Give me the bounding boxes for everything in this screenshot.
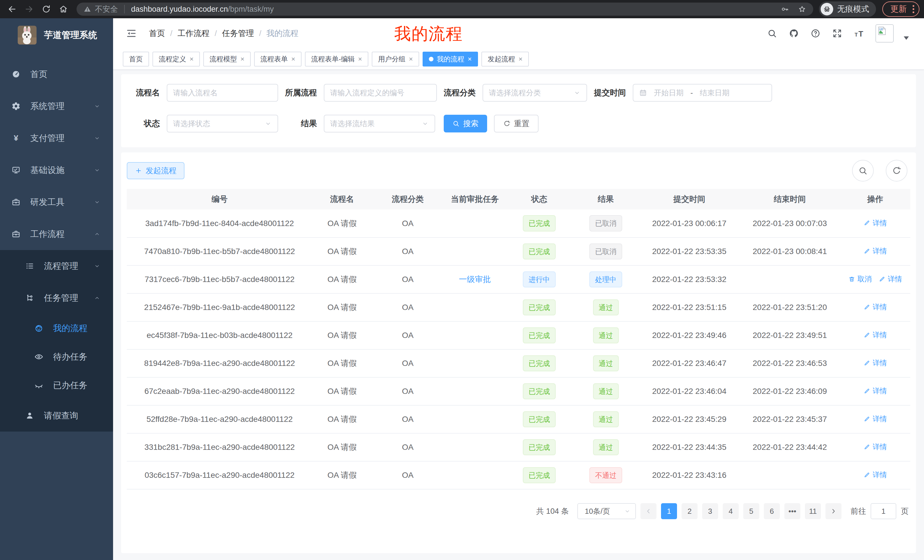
sidebar-collapse-icon[interactable]	[126, 28, 137, 39]
tab-start-process[interactable]: 发起流程×	[482, 52, 529, 66]
sidebar-item-infra[interactable]: 基础设施	[0, 154, 113, 186]
status-select[interactable]: 请选择状态	[167, 115, 278, 132]
cell-process-id: 331bc281-7b9a-11ec-a290-acde48001122	[127, 433, 312, 461]
tab-process-form-edit[interactable]: 流程表单-编辑×	[305, 52, 368, 66]
detail-action-link[interactable]: 详情	[864, 358, 887, 368]
table-column-header: 结果	[573, 189, 639, 210]
browser-forward-icon[interactable]	[22, 2, 36, 16]
breadcrumb-item[interactable]: 工作流程	[178, 28, 210, 39]
page-button-1[interactable]: 1	[661, 503, 677, 519]
cell-process-id: 7470a810-7b9b-11ec-b5b7-acde48001122	[127, 238, 312, 265]
edit-icon	[864, 304, 870, 310]
breadcrumb-item[interactable]: 任务管理	[222, 28, 254, 39]
goto-page-input[interactable]	[871, 503, 896, 519]
update-button[interactable]: 更新	[882, 1, 920, 17]
tab-process-model[interactable]: 流程模型×	[203, 52, 251, 66]
sidebar-item-leave-query[interactable]: 请假查询	[0, 400, 113, 431]
github-icon[interactable]	[789, 28, 799, 39]
fullscreen-icon[interactable]	[832, 28, 842, 39]
tab-close-icon[interactable]: ×	[409, 55, 413, 63]
app-logo-row[interactable]: 芋道管理系统	[0, 18, 113, 52]
font-size-icon[interactable]: TT	[854, 28, 864, 39]
sidebar-item-home[interactable]: 首页	[0, 58, 113, 90]
url-text: dashboard.yudao.iocoder.cn/bpm/task/my	[131, 5, 274, 14]
address-bar[interactable]: 不安全 dashboard.yudao.iocoder.cn/bpm/task/…	[76, 3, 813, 16]
result-select[interactable]: 请选择流结果	[324, 115, 435, 132]
browser-home-icon[interactable]	[56, 2, 71, 16]
refresh-table-button[interactable]	[886, 160, 908, 181]
detail-action-link[interactable]: 详情	[879, 274, 902, 284]
detail-action-link[interactable]: 详情	[864, 442, 887, 452]
tab-home[interactable]: 首页	[123, 52, 149, 66]
key-icon[interactable]	[781, 5, 789, 13]
parent-process-input[interactable]	[324, 84, 437, 102]
page-ellipsis[interactable]: •••	[784, 503, 800, 519]
edit-icon	[864, 220, 870, 226]
chevron-down-icon	[94, 263, 100, 270]
browser-back-icon[interactable]	[4, 2, 20, 16]
detail-action-link[interactable]: 详情	[864, 246, 887, 256]
tab-process-form[interactable]: 流程表单×	[254, 52, 302, 66]
page-button-4[interactable]: 4	[723, 503, 739, 519]
page-size-select[interactable]: 10条/页	[578, 503, 636, 519]
tab-close-icon[interactable]: ×	[358, 55, 362, 63]
search-icon[interactable]	[767, 28, 777, 39]
reset-button[interactable]: 重置	[494, 115, 538, 132]
sidebar-item-done-tasks[interactable]: 已办任务	[0, 371, 113, 400]
sidebar-item-system[interactable]: 系统管理	[0, 90, 113, 122]
browser-reload-icon[interactable]	[39, 2, 54, 16]
sidebar-item-todo-tasks[interactable]: 待办任务	[0, 343, 113, 371]
start-process-button[interactable]: 发起流程	[127, 162, 184, 179]
submit-time-range[interactable]: 开始日期 - 结束日期	[633, 84, 772, 102]
tab-close-icon[interactable]: ×	[468, 55, 472, 63]
bookmark-star-icon[interactable]	[798, 5, 806, 13]
sidebar-item-workflow[interactable]: 工作流程	[0, 218, 113, 250]
cell-process-name: OA 请假	[312, 210, 372, 238]
detail-action-link[interactable]: 详情	[864, 470, 887, 479]
sidebar-item-process-mgmt[interactable]: 流程管理	[0, 250, 113, 282]
detail-action-label: 详情	[873, 442, 887, 452]
sidebar-item-task-mgmt[interactable]: 任务管理	[0, 282, 113, 314]
page-button-5[interactable]: 5	[743, 503, 759, 519]
cell-current-task: 一级审批	[444, 265, 506, 293]
result-badge: 通过	[593, 355, 619, 371]
sidebar-item-payment[interactable]: ¥支付管理	[0, 122, 113, 154]
tab-close-icon[interactable]: ×	[190, 55, 194, 63]
detail-action-link[interactable]: 详情	[864, 386, 887, 395]
tab-process-definition[interactable]: 流程定义×	[153, 52, 200, 66]
category-select[interactable]: 请选择流程分类	[483, 84, 587, 102]
current-task-link[interactable]: 一级审批	[459, 275, 491, 284]
table-row: 3ad174fb-7b9d-11ec-8404-acde48001122OA 请…	[127, 210, 910, 238]
page-button-6[interactable]: 6	[764, 503, 780, 519]
table-row: 331bc281-7b9a-11ec-a290-acde48001122OA 请…	[127, 433, 910, 461]
browser-menu-icon[interactable]	[913, 5, 914, 13]
help-icon[interactable]	[810, 28, 820, 39]
detail-action-link[interactable]: 详情	[864, 330, 887, 340]
breadcrumb-item[interactable]: 首页	[149, 28, 165, 39]
security-status[interactable]: 不安全	[83, 4, 118, 14]
detail-action-link[interactable]: 详情	[864, 302, 887, 312]
sidebar-item-my-process[interactable]: 我的流程	[0, 314, 113, 343]
page-button-11[interactable]: 11	[805, 503, 821, 519]
tab-close-icon[interactable]: ×	[240, 55, 244, 63]
sidebar-item-devtools[interactable]: 研发工具	[0, 186, 113, 218]
tab-my-process[interactable]: 我的流程×	[423, 52, 478, 66]
process-name-input[interactable]	[167, 84, 278, 102]
detail-action-link[interactable]: 详情	[864, 414, 887, 424]
search-button[interactable]: 搜索	[444, 115, 487, 132]
page-button-3[interactable]: 3	[702, 503, 718, 519]
cell-current-task	[444, 238, 506, 265]
next-page-button[interactable]	[825, 503, 842, 519]
detail-action-link[interactable]: 详情	[864, 219, 887, 228]
prev-page-button[interactable]	[640, 503, 657, 519]
tab-close-icon[interactable]: ×	[291, 55, 295, 63]
toggle-search-button[interactable]	[852, 160, 874, 181]
page-button-2[interactable]: 2	[682, 503, 698, 519]
avatar[interactable]	[876, 24, 894, 42]
avatar-caret-icon[interactable]	[901, 33, 911, 43]
sidebar-menu: 首页系统管理¥支付管理基础设施研发工具工作流程流程管理任务管理我的流程待办任务已…	[0, 58, 113, 431]
sidebar-item-label: 请假查询	[44, 410, 78, 422]
tab-close-icon[interactable]: ×	[519, 55, 522, 63]
cancel-action-link[interactable]: 取消	[848, 274, 872, 284]
tab-user-group[interactable]: 用户分组×	[372, 52, 419, 66]
